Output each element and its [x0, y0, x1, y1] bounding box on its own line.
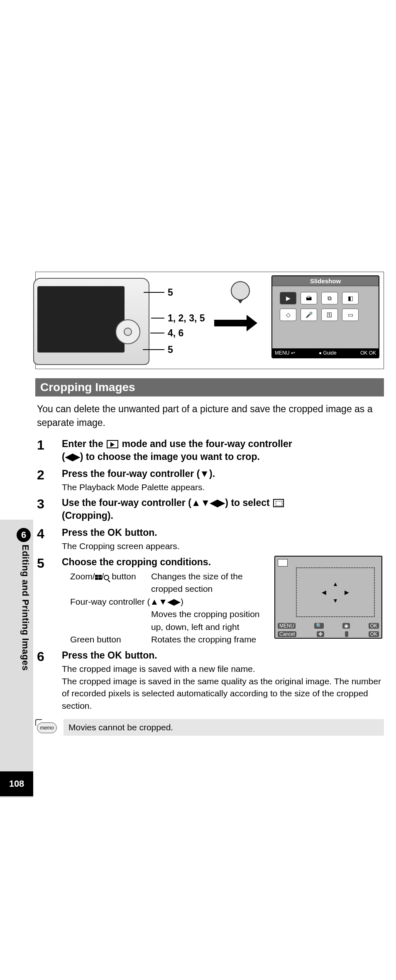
up-arrow-icon: ▲ [332, 581, 338, 587]
playback-mode-icon [107, 440, 118, 448]
memo-note: memo Movies cannot be cropped. [35, 719, 384, 736]
cond-value: Moves the cropping position up, down, le… [141, 608, 270, 633]
page-content: 5 1, 2, 3, 5 4, 6 5 Slideshow ▶ 🏔 ⧉ ◧ ◇ … [35, 272, 384, 736]
lcd-preview: Slideshow ▶ 🏔 ⧉ ◧ ◇ 🎤 ⚿ ▭ MENU ↩ ● Guide… [271, 275, 379, 358]
page-number: 108 [0, 771, 33, 796]
section-intro: You can delete the unwanted part of a pi… [35, 402, 384, 430]
memo-icon: memo [35, 719, 59, 736]
chapter-badge: 6 [17, 528, 31, 542]
palette-icon: ⚿ [321, 309, 338, 321]
pointer-line [150, 333, 164, 333]
step-number: 5 [37, 556, 62, 646]
cond-value: Rotates the cropping frame [141, 633, 270, 646]
step-heading: Press the OK button. [62, 649, 382, 662]
cropping-icon [273, 499, 284, 507]
palette-icons: ▶ 🏔 ⧉ ◧ ◇ 🎤 ⚿ ▭ [272, 286, 379, 327]
memo-text: Movies cannot be cropped. [64, 719, 384, 736]
right-arrow-icon: ▶ [345, 589, 349, 596]
step-heading: Enter the mode and use the four-way cont… [62, 438, 382, 463]
four-way-controller-icon [115, 319, 140, 344]
cond-label: Four-way controller (▲▼◀▶) [62, 596, 183, 608]
palette-icon: ◧ [342, 292, 359, 304]
side-tab-title: Editing and Printing Images [20, 545, 31, 671]
step-1: 1 Enter the mode and use the four-way co… [35, 438, 384, 464]
cond-label: Green button [62, 633, 141, 646]
aspect-icon [278, 559, 288, 567]
cropping-footer: MENU 🔍 ◉ OK Cancel ✥ OK [275, 622, 381, 638]
palette-icon: 🏔 [301, 292, 317, 304]
section-heading: Cropping Images [35, 378, 384, 396]
cond-value: Changes the size of the cropped section [141, 570, 270, 596]
lcd-footer: MENU ↩ ● Guide OK OK [272, 348, 379, 357]
cond-label-spacer [62, 608, 141, 633]
palette-icon: ▭ [342, 309, 359, 321]
step-number: 2 [37, 467, 62, 493]
arrow-right-icon [214, 320, 247, 326]
step-number: 4 [37, 526, 62, 552]
down-arrow-icon: ▼ [332, 597, 338, 604]
step-2: 2 Press the four-way controller (▼). The… [35, 467, 384, 493]
pointer-line [151, 318, 164, 319]
pointer-line [143, 349, 164, 350]
pointer-label-c: 4, 6 [168, 328, 183, 339]
step-heading: Use the four-way controller (▲▼◀▶) to se… [62, 496, 382, 522]
step-number: 6 [37, 649, 62, 712]
cropping-screen-preview: ▲ ▼ ◀ ▶ MENU 🔍 ◉ OK Cancel ✥ [274, 556, 382, 639]
crop-frame: ▲ ▼ ◀ ▶ [296, 567, 375, 617]
step-description: The cropped image is saved with a new fi… [62, 663, 382, 712]
magnifier-icon [104, 575, 109, 580]
step-heading: Press the four-way controller (▼). [62, 467, 382, 480]
step-heading: Press the OK button. [62, 526, 382, 539]
camera-illustration [33, 278, 149, 365]
lcd-title: Slideshow [272, 276, 379, 286]
pointer-line [144, 292, 164, 293]
pointer-label-a: 5 [168, 287, 173, 298]
palette-icon: ▶ [280, 292, 296, 304]
palette-icon: 🎤 [301, 309, 317, 321]
step-number: 1 [37, 438, 62, 464]
palette-icon: ⧉ [321, 292, 338, 304]
step-4: 4 Press the OK button. The Cropping scre… [35, 526, 384, 552]
pointer-label-b: 1, 2, 3, 5 [168, 313, 205, 324]
step-3: 3 Use the four-way controller (▲▼◀▶) to … [35, 496, 384, 523]
thumbnail-grid-icon [95, 575, 102, 580]
left-arrow-icon: ◀ [322, 589, 326, 596]
step-number: 3 [37, 496, 62, 523]
joystick-icon [231, 281, 250, 300]
side-tab: 6 Editing and Printing Images [0, 520, 33, 798]
palette-icon: ◇ [280, 309, 296, 321]
step-description: The Cropping screen appears. [62, 540, 382, 552]
step-description: The Playback Mode Palette appears. [62, 481, 382, 493]
step-6: 6 Press the OK button. The cropped image… [35, 649, 384, 712]
step-5: 5 ▲ ▼ ◀ ▶ MENU 🔍 ◉ OK [35, 556, 384, 646]
cond-label: Zoom// button [62, 570, 141, 596]
controls-diagram: 5 1, 2, 3, 5 4, 6 5 Slideshow ▶ 🏔 ⧉ ◧ ◇ … [35, 272, 384, 369]
pointer-label-d: 5 [168, 344, 173, 355]
